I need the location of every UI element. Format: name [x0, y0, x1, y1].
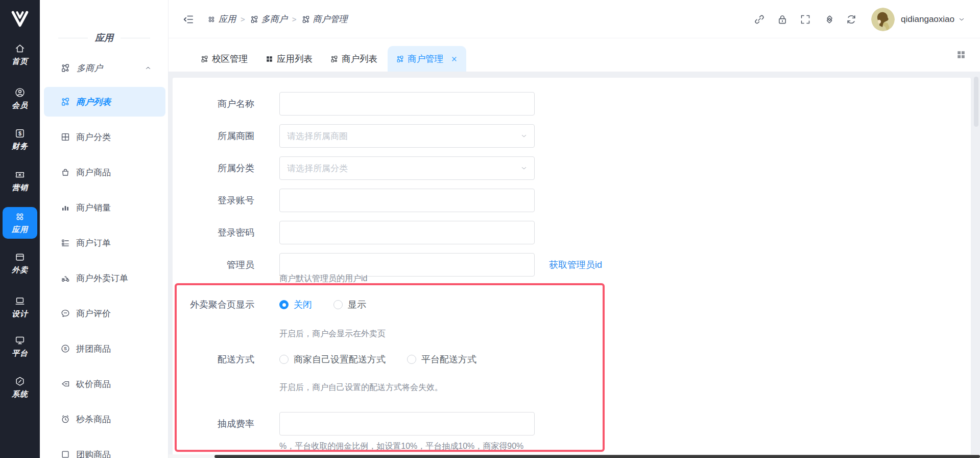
rail-item-系统[interactable]: 系统 [0, 376, 40, 399]
category-select[interactable]: 请选择所属分类 [279, 156, 535, 180]
bag-icon [60, 167, 70, 177]
takeout-display-label: 外卖聚合页显示 [179, 299, 254, 311]
login-account-input[interactable] [279, 189, 535, 212]
login-password-input[interactable] [279, 221, 535, 244]
sidebar-item-商户列表[interactable]: 商户列表 [44, 87, 165, 117]
lock-icon[interactable] [776, 13, 788, 26]
submenu-group-duoshanghu[interactable]: 多商户 [40, 56, 169, 80]
business-district-label: 所属商圈 [179, 130, 254, 142]
form-row-delivery-mode: 配送方式 商家自己设置配送方式 平台配送方式 [179, 351, 498, 368]
business-district-select[interactable]: 请选择所属商圈 [279, 124, 535, 148]
chevron-down-icon [520, 164, 528, 172]
breadcrumb-item-apps[interactable]: 应用 [207, 13, 236, 25]
refresh-icon[interactable] [845, 13, 857, 26]
form-row-takeout-display: 外卖聚合页显示 关闭 显示 [179, 296, 388, 313]
rail-item-财务[interactable]: $财务 [0, 128, 40, 151]
tab-校区管理[interactable]: 校区管理 [193, 46, 255, 72]
takeout-icon [14, 251, 26, 263]
breadcrumb-item-duoshanghu[interactable]: 多商户 [250, 13, 288, 25]
home-icon [14, 43, 26, 54]
submenu-group-label: 多商户 [77, 62, 103, 74]
apps-icon [14, 211, 26, 222]
fullscreen-icon[interactable] [799, 13, 811, 26]
rail-item-平台[interactable]: 平台 [0, 335, 40, 358]
chevron-up-icon[interactable] [144, 64, 152, 72]
submenu-sidebar: 应用 多商户 商户列表商户分类商户商品商户销量商户订单商户外卖订单商户评价S拼团… [40, 0, 169, 458]
nav-rail: 首页会员$财务营销应用外卖设计平台系统 [0, 0, 40, 458]
tab-商户列表[interactable]: 商户列表 [323, 46, 385, 72]
tab-商户管理[interactable]: 商户管理 [388, 46, 466, 72]
tags-icon[interactable] [822, 13, 834, 26]
apps-filled-icon [265, 55, 274, 63]
radio-unchecked-icon[interactable] [407, 355, 416, 364]
nodes-icon [396, 55, 404, 63]
submenu-title-text: 应用 [95, 32, 113, 44]
sidebar-item-商户商品[interactable]: 商户商品 [44, 157, 165, 187]
svg-text:$: $ [18, 130, 21, 136]
vertical-scrollbar-thumb[interactable] [974, 77, 978, 127]
bargain-icon [60, 379, 70, 389]
commission-rate-label: 抽成费率 [179, 418, 254, 430]
sidebar-item-商户外卖订单[interactable]: 商户外卖订单 [44, 263, 165, 293]
collapse-sidebar-icon[interactable] [182, 13, 195, 26]
rail-item-外卖[interactable]: 外卖 [0, 251, 40, 275]
sidebar-item-商户分类[interactable]: 商户分类 [44, 122, 165, 152]
breadcrumb-separator: > [292, 15, 297, 24]
login-password-label: 登录密码 [179, 226, 254, 239]
app-logo[interactable] [0, 5, 40, 32]
rail-item-营销[interactable]: 营销 [0, 169, 40, 193]
breadcrumb-item-shanghuguanli[interactable]: 商户管理 [301, 13, 348, 25]
tab-list-grid-icon[interactable] [955, 49, 967, 60]
sidebar-item-砍价商品[interactable]: 砍价商品 [44, 369, 165, 399]
square-icon [60, 449, 70, 458]
nodes-icon [200, 55, 209, 63]
form-row-login-password: 登录密码 [179, 221, 535, 244]
form-row-category: 所属分类 请选择所属分类 [179, 156, 535, 180]
username[interactable]: qidiangaoxiao [901, 14, 954, 25]
grid-icon [60, 132, 70, 142]
takeout-display-option-close[interactable]: 关闭 [279, 299, 312, 311]
radio-unchecked-icon[interactable] [333, 300, 343, 309]
svg-text:S: S [64, 346, 67, 351]
rail-item-会员[interactable]: 会员 [0, 87, 40, 110]
avatar[interactable] [871, 8, 895, 31]
merchant-name-input[interactable] [279, 92, 535, 116]
design-icon [14, 295, 26, 307]
chevron-down-icon[interactable] [958, 15, 966, 24]
rail-item-应用[interactable]: 应用 [3, 207, 37, 239]
apps-icon [207, 15, 216, 24]
finance-icon: $ [14, 128, 26, 139]
commission-rate-input[interactable] [279, 412, 535, 436]
delivery-mode-option-platform[interactable]: 平台配送方式 [407, 353, 476, 365]
tab-应用列表[interactable]: 应用列表 [258, 46, 320, 72]
sidebar-item-商户销量[interactable]: 商户销量 [44, 193, 165, 222]
horizontal-scrollbar-thumb[interactable] [214, 455, 980, 458]
sidebar-item-团购商品[interactable]: 团购商品 [44, 440, 165, 458]
comment-icon [60, 308, 70, 318]
rail-item-设计[interactable]: 设计 [0, 295, 40, 319]
divider [121, 38, 150, 38]
takeout-display-hint: 开启后，商户会显示在外卖页 [279, 329, 386, 339]
clock-icon [60, 414, 70, 424]
sidebar-item-拼团商品[interactable]: S拼团商品 [44, 334, 165, 363]
sidebar-item-商户评价[interactable]: 商户评价 [44, 299, 165, 328]
rail-item-首页[interactable]: 首页 [0, 43, 40, 66]
merchant-name-label: 商户名称 [179, 98, 254, 110]
nodes-icon [60, 97, 70, 107]
takeout-display-option-show[interactable]: 显示 [333, 299, 366, 311]
close-tab-icon[interactable] [450, 55, 458, 63]
delivery-mode-option-merchant[interactable]: 商家自己设置配送方式 [279, 353, 386, 365]
link-icon[interactable] [753, 13, 766, 26]
nodes-icon [301, 15, 310, 24]
top-header: 应用 > 多商户 > 商户管理 qidiangaoxiao [169, 0, 980, 38]
nodes-icon [60, 63, 70, 73]
logo-v-icon [9, 7, 31, 30]
get-admin-id-link[interactable]: 获取管理员id [549, 259, 602, 271]
nodes-icon [250, 15, 259, 24]
sidebar-item-秒杀商品[interactable]: 秒杀商品 [44, 404, 165, 434]
radio-checked-icon[interactable] [279, 300, 289, 309]
breadcrumb-separator: > [241, 15, 245, 24]
submenu-section-title: 应用 [40, 32, 169, 44]
sidebar-item-商户订单[interactable]: 商户订单 [44, 228, 165, 258]
radio-unchecked-icon[interactable] [279, 355, 289, 364]
